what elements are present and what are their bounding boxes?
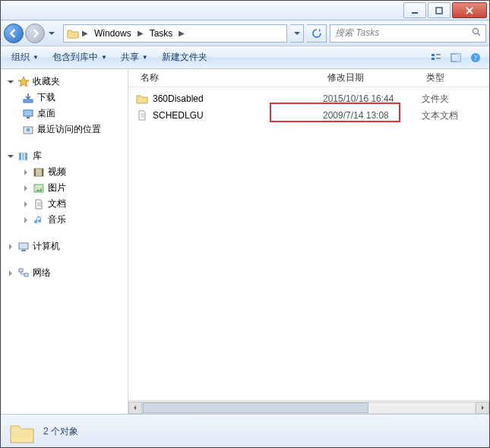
recent-places-icon — [22, 124, 34, 136]
breadcrumb-seg[interactable]: Windows — [91, 28, 134, 39]
svg-rect-19 — [25, 153, 27, 160]
svg-rect-22 — [42, 169, 43, 176]
include-in-library-button[interactable]: 包含到库中▼ — [46, 49, 113, 66]
sidebar-item-recent[interactable]: 最近访问的位置 — [4, 121, 128, 137]
column-date[interactable]: 修改日期 — [323, 71, 422, 84]
close-button[interactable] — [452, 2, 487, 18]
forward-button[interactable] — [25, 24, 45, 43]
change-view-button[interactable] — [427, 49, 445, 66]
expand-icon[interactable] — [22, 169, 30, 176]
chevron-right-icon[interactable]: ▶ — [81, 29, 90, 37]
column-type[interactable]: 类型 — [422, 71, 489, 84]
svg-rect-5 — [432, 58, 435, 60]
sidebar-item-documents[interactable]: 文档 — [4, 196, 128, 212]
list-item[interactable]: SCHEDLGU 2009/7/14 13:08 文本文档 — [128, 107, 489, 124]
svg-rect-18 — [22, 153, 24, 160]
sidebar-item-music[interactable]: 音乐 — [4, 212, 128, 228]
search-icon — [472, 27, 481, 39]
scroll-right-button[interactable] — [476, 402, 489, 414]
list-item[interactable]: 360Disabled 2015/10/16 16:44 文件夹 — [128, 90, 489, 107]
search-input[interactable]: 搜索 Tasks — [330, 24, 486, 43]
sidebar-item-downloads[interactable]: 下载 — [4, 90, 128, 106]
address-bar-row: ▶ Windows ▶ Tasks ▶ 搜索 Tasks — [1, 21, 489, 46]
svg-rect-28 — [19, 243, 28, 249]
libraries-icon — [17, 150, 30, 162]
svg-rect-1 — [436, 8, 442, 14]
scroll-thumb[interactable] — [143, 402, 368, 413]
refresh-button[interactable] — [307, 24, 327, 43]
svg-rect-6 — [436, 54, 441, 55]
collapse-icon[interactable] — [7, 78, 14, 86]
network-group[interactable]: 网络 — [4, 265, 128, 281]
svg-rect-29 — [21, 250, 26, 251]
sidebar-item-videos[interactable]: 视频 — [4, 164, 128, 180]
window-titlebar — [1, 1, 489, 21]
expand-icon[interactable] — [7, 243, 14, 251]
svg-rect-4 — [432, 54, 435, 56]
file-list-pane: 名称 修改日期 类型 360Disabled 2015/10/16 16:44 … — [128, 69, 489, 414]
scroll-track[interactable] — [142, 402, 476, 414]
svg-rect-9 — [457, 54, 460, 62]
horizontal-scrollbar[interactable] — [128, 400, 489, 414]
back-button[interactable] — [4, 24, 24, 43]
history-dropdown-button[interactable] — [46, 26, 57, 41]
svg-rect-30 — [19, 269, 23, 272]
scroll-left-button[interactable] — [128, 402, 142, 414]
svg-point-2 — [473, 29, 479, 34]
svg-line-3 — [478, 33, 480, 36]
details-pane: 2 个对象 — [1, 414, 489, 448]
folder-icon — [8, 418, 36, 446]
new-folder-button[interactable]: 新建文件夹 — [156, 49, 213, 66]
documents-icon — [33, 198, 45, 210]
chevron-right-icon[interactable]: ▶ — [136, 29, 145, 37]
svg-rect-12 — [24, 99, 33, 103]
folder-icon — [67, 27, 79, 39]
svg-text:?: ? — [474, 54, 477, 62]
svg-rect-14 — [27, 117, 30, 118]
breadcrumb-seg[interactable]: Tasks — [147, 28, 176, 39]
collapse-icon[interactable] — [7, 153, 14, 160]
music-icon — [33, 214, 45, 226]
address-bar[interactable]: ▶ Windows ▶ Tasks ▶ — [63, 24, 287, 43]
search-placeholder: 搜索 Tasks — [335, 27, 379, 39]
libraries-group[interactable]: 库 — [4, 148, 128, 164]
video-icon — [33, 166, 45, 178]
svg-rect-17 — [19, 153, 21, 160]
sidebar-item-pictures[interactable]: 图片 — [4, 180, 128, 196]
computer-icon — [17, 241, 30, 253]
column-headers: 名称 修改日期 类型 — [128, 69, 489, 87]
svg-rect-21 — [34, 169, 36, 176]
computer-group[interactable]: 计算机 — [4, 238, 128, 254]
share-button[interactable]: 共享▼ — [115, 49, 154, 66]
svg-rect-7 — [436, 58, 441, 59]
folder-icon — [136, 93, 148, 105]
organize-button[interactable]: 组织▼ — [5, 49, 45, 66]
column-name[interactable]: 名称 — [136, 71, 323, 84]
pictures-icon — [33, 182, 45, 194]
expand-icon[interactable] — [7, 270, 14, 277]
navigation-pane[interactable]: 收藏夹 下载 桌面 最近访问的位置 库 — [1, 69, 128, 414]
sidebar-item-desktop[interactable]: 桌面 — [4, 106, 128, 121]
status-text: 2 个对象 — [43, 425, 78, 438]
svg-rect-0 — [412, 12, 418, 14]
minimize-button[interactable] — [403, 2, 426, 18]
maximize-button[interactable] — [428, 2, 450, 18]
favorites-group[interactable]: 收藏夹 — [4, 74, 128, 90]
svg-rect-31 — [24, 273, 28, 276]
file-list[interactable]: 360Disabled 2015/10/16 16:44 文件夹 SCHEDLG… — [128, 87, 489, 400]
expand-icon[interactable] — [22, 216, 30, 224]
svg-point-24 — [36, 186, 39, 188]
chevron-right-icon[interactable]: ▶ — [177, 29, 186, 37]
expand-icon[interactable] — [22, 200, 30, 208]
help-button[interactable]: ? — [466, 49, 485, 66]
expand-icon[interactable] — [22, 185, 30, 192]
desktop-icon — [22, 108, 34, 120]
star-icon — [17, 76, 30, 88]
network-icon — [17, 267, 30, 279]
preview-pane-button[interactable] — [447, 49, 465, 66]
address-dropdown-button[interactable] — [290, 24, 304, 43]
svg-point-16 — [27, 128, 30, 131]
text-file-icon — [136, 109, 148, 121]
svg-rect-13 — [24, 110, 33, 116]
downloads-icon — [22, 92, 34, 104]
